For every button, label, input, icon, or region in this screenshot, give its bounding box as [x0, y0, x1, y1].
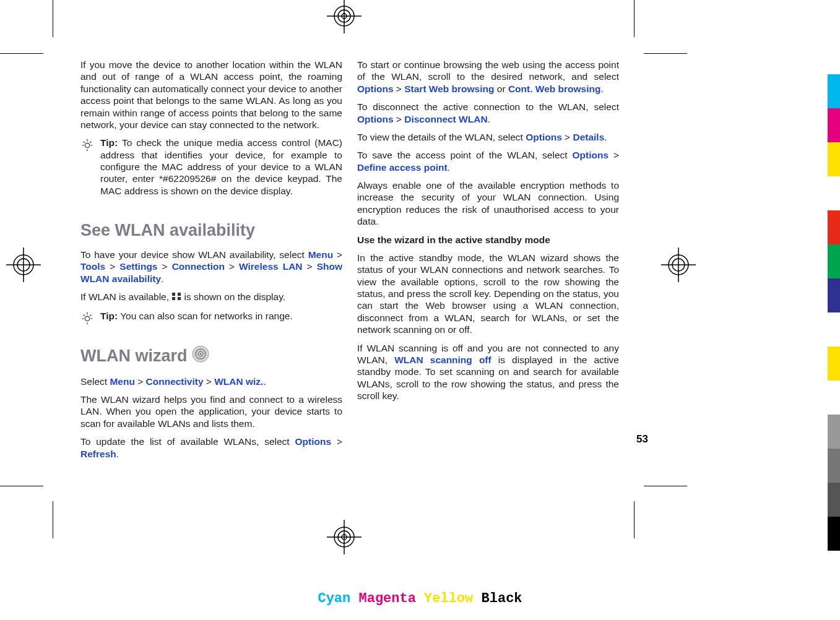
ui-path-menu: Menu	[110, 376, 134, 387]
registration-mark-top	[327, 0, 362, 36]
ui-refresh: Refresh	[80, 449, 116, 459]
ui-options: Options	[357, 114, 394, 124]
page-number: 53	[636, 433, 648, 446]
ui-path-connection: Connection	[172, 261, 225, 272]
registration-mark-bottom	[327, 520, 362, 557]
lightbulb-icon	[80, 310, 95, 328]
body-text: To start or continue browsing the web us…	[357, 59, 619, 95]
body-text: If WLAN is available, is shown on the di…	[80, 291, 342, 304]
crop-line	[644, 486, 687, 486]
body-text: The WLAN wizard helps you find and conne…	[80, 394, 342, 429]
body-text: Always enable one of the available encry…	[357, 179, 619, 228]
svg-point-29	[85, 316, 89, 321]
body-text: If WLAN scanning is off and you are not …	[357, 342, 619, 402]
ui-disconnect: Disconnect WLAN	[404, 114, 487, 124]
cmyk-label: Cyan Magenta Yellow Black	[318, 591, 522, 606]
svg-line-24	[90, 142, 91, 143]
lightbulb-icon	[80, 137, 95, 203]
subsection-heading: Use the wizard in the active standby mod…	[357, 234, 619, 246]
ui-path-tools: Tools	[80, 261, 105, 272]
ui-path-wlan: Wireless LAN	[239, 261, 303, 272]
wlan-wizard-icon	[192, 345, 209, 368]
ui-define-ap: Define access point	[357, 162, 448, 173]
ui-path-connectivity: Connectivity	[146, 376, 204, 387]
registration-mark-left	[6, 248, 41, 285]
body-text: Select Menu > Connectivity > WLAN wiz..	[80, 376, 342, 387]
ui-scanning-off: WLAN scanning off	[394, 355, 491, 365]
ui-options: Options	[526, 132, 562, 142]
crop-line	[0, 53, 43, 54]
crop-line	[644, 53, 687, 54]
body-text: To have your device show WLAN availabili…	[80, 249, 342, 285]
crop-line	[0, 486, 43, 486]
ui-start-browsing: Start Web browsing	[404, 84, 494, 94]
tip-text: Tip: You can also scan for networks in r…	[100, 310, 293, 322]
section-heading: WLAN wizard	[80, 345, 342, 368]
ui-path-settings: Settings	[119, 261, 157, 272]
crop-line	[53, 501, 53, 538]
body-text: If you move the device to another locati…	[80, 59, 342, 131]
column-left: If you move the device to another locati…	[80, 59, 342, 466]
wlan-indicator-icon	[171, 291, 181, 303]
page-content: If you move the device to another locati…	[80, 59, 619, 466]
svg-rect-28	[178, 297, 181, 300]
section-heading: See WLAN availability	[80, 220, 342, 241]
crop-line	[634, 501, 634, 538]
ui-options: Options	[357, 84, 394, 94]
svg-rect-25	[172, 293, 175, 296]
svg-point-18	[85, 144, 89, 148]
registration-mark-right	[661, 248, 696, 285]
svg-point-39	[200, 353, 202, 355]
svg-line-23	[84, 142, 85, 143]
column-right: To start or continue browsing the web us…	[357, 59, 619, 466]
tip-block: Tip: To check the unique media access co…	[80, 137, 342, 203]
ui-options: Options	[295, 436, 332, 447]
ui-options: Options	[573, 150, 609, 160]
crop-line	[634, 0, 634, 37]
ui-cont-browsing: Cont. Web browsing	[508, 84, 601, 94]
color-bars	[828, 40, 840, 551]
body-text: In the active standby mode, the WLAN wiz…	[357, 252, 619, 336]
svg-rect-27	[172, 297, 175, 300]
body-text: To save the access point of the WLAN, se…	[357, 149, 619, 173]
ui-path-menu: Menu	[308, 249, 333, 260]
svg-line-35	[90, 314, 91, 316]
crop-line	[53, 0, 53, 37]
svg-line-34	[84, 314, 85, 316]
tip-block: Tip: You can also scan for networks in r…	[80, 310, 342, 328]
body-text: To disconnect the active connection to t…	[357, 101, 619, 125]
svg-rect-26	[178, 293, 181, 296]
ui-path-wlan-wiz: WLAN wiz.	[214, 376, 263, 387]
body-text: To update the list of available WLANs, s…	[80, 436, 342, 460]
body-text: To view the details of the WLAN, select …	[357, 131, 619, 143]
tip-text: Tip: To check the unique media access co…	[100, 137, 342, 197]
ui-details: Details	[573, 132, 604, 142]
